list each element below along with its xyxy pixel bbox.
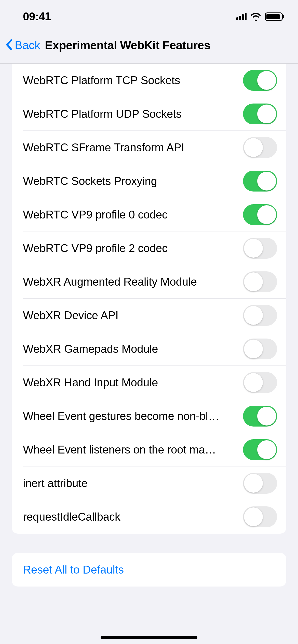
status-time: 09:41 — [23, 10, 51, 23]
feature-toggle[interactable] — [243, 271, 277, 292]
toggle-knob — [244, 474, 263, 493]
feature-toggle[interactable] — [243, 439, 277, 460]
wifi-icon — [250, 12, 261, 21]
feature-row: WebRTC Platform UDP Sockets — [12, 97, 286, 131]
feature-toggle[interactable] — [243, 70, 277, 91]
toggle-knob — [244, 373, 263, 392]
feature-row: WebRTC Sockets Proxying — [12, 164, 286, 198]
feature-row: Wheel Event gestures become non-blo... — [12, 399, 286, 433]
feature-label: WebXR Hand Input Module — [23, 376, 158, 389]
battery-icon — [265, 12, 283, 21]
feature-toggle-list: WebRTC Platform TCP SocketsWebRTC Platfo… — [12, 64, 286, 534]
navigation-bar: Back Experimental WebKit Features — [0, 33, 298, 64]
status-icons — [236, 12, 283, 21]
feature-label: Wheel Event gestures become non-blo... — [23, 410, 222, 422]
feature-label: WebRTC SFrame Transform API — [23, 141, 184, 154]
feature-toggle[interactable] — [243, 238, 277, 259]
toggle-knob — [257, 105, 276, 123]
page-title: Experimental WebKit Features — [45, 38, 210, 52]
feature-label: WebRTC VP9 profile 0 codec — [23, 208, 168, 221]
reset-all-button[interactable]: Reset All to Defaults — [12, 553, 286, 587]
feature-toggle[interactable] — [243, 104, 277, 124]
feature-label: Wheel Event listeners on the root made..… — [23, 443, 222, 456]
back-chevron-icon[interactable] — [5, 39, 13, 52]
feature-label: inert attribute — [23, 477, 88, 490]
feature-label: WebRTC Platform TCP Sockets — [23, 74, 180, 87]
feature-row: WebXR Augmented Reality Module — [12, 265, 286, 299]
feature-label: WebXR Device API — [23, 309, 118, 322]
feature-toggle[interactable] — [243, 204, 277, 225]
toggle-knob — [244, 239, 263, 258]
feature-row: WebRTC VP9 profile 0 codec — [12, 198, 286, 231]
status-bar: 09:41 — [0, 0, 298, 33]
feature-row: WebRTC Platform TCP Sockets — [12, 64, 286, 97]
reset-group: Reset All to Defaults — [12, 553, 286, 587]
feature-label: WebRTC Sockets Proxying — [23, 175, 157, 187]
toggle-knob — [244, 138, 263, 157]
feature-toggle[interactable] — [243, 473, 277, 494]
feature-label: requestIdleCallback — [23, 510, 120, 523]
feature-label: WebXR Gamepads Module — [23, 343, 158, 355]
feature-label: WebXR Augmented Reality Module — [23, 275, 197, 288]
toggle-knob — [257, 205, 276, 224]
feature-row: WebXR Device API — [12, 299, 286, 332]
feature-toggle[interactable] — [243, 406, 277, 427]
reset-all-label: Reset All to Defaults — [23, 563, 124, 576]
cellular-signal-icon — [236, 13, 247, 20]
toggle-knob — [244, 340, 263, 358]
feature-toggle[interactable] — [243, 171, 277, 192]
feature-row: inert attribute — [12, 466, 286, 500]
feature-toggle[interactable] — [243, 339, 277, 359]
feature-toggle[interactable] — [243, 372, 277, 393]
toggle-knob — [257, 71, 276, 90]
feature-row: WebRTC SFrame Transform API — [12, 131, 286, 164]
toggle-knob — [244, 272, 263, 291]
home-indicator — [101, 636, 197, 639]
back-button[interactable]: Back — [15, 39, 40, 52]
toggle-knob — [257, 172, 276, 191]
toggle-knob — [244, 507, 263, 526]
feature-toggle[interactable] — [243, 137, 277, 158]
feature-toggle[interactable] — [243, 305, 277, 326]
feature-label: WebRTC Platform UDP Sockets — [23, 108, 182, 120]
toggle-knob — [257, 440, 276, 459]
feature-row: WebRTC VP9 profile 2 codec — [12, 231, 286, 265]
feature-row: requestIdleCallback — [12, 500, 286, 534]
feature-toggle[interactable] — [243, 506, 277, 527]
feature-row: WebXR Hand Input Module — [12, 366, 286, 399]
feature-row: WebXR Gamepads Module — [12, 332, 286, 366]
toggle-knob — [257, 407, 276, 426]
feature-row: Wheel Event listeners on the root made..… — [12, 433, 286, 466]
toggle-knob — [244, 306, 263, 325]
feature-label: WebRTC VP9 profile 2 codec — [23, 242, 168, 255]
